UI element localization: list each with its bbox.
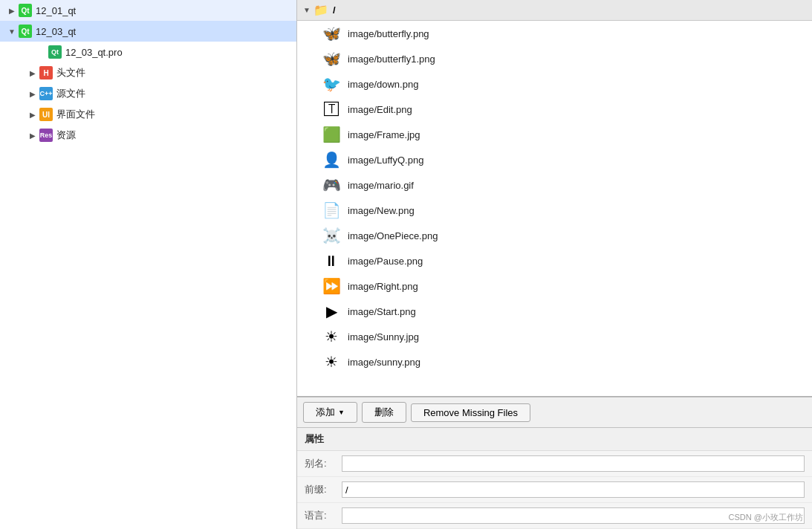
file-icon: 📄 [321,200,342,221]
file-label: image/New.png [348,205,415,216]
resource-file-list[interactable]: 🦋image/butterfly.png🦋image/butterfly1.pn… [297,21,812,396]
file-label: image/Sunny.jpg [348,331,419,343]
sidebar-label-headers: 头文件 [56,66,85,79]
delete-label: 删除 [374,406,394,418]
file-label: image/OnePiece.png [348,230,438,241]
list-item[interactable]: 🐦image/down.png [297,71,812,97]
list-item[interactable]: 🎮image/mario.gif [297,172,812,198]
remove-missing-label: Remove Missing Files [423,407,518,418]
sidebar-item-12-01-qt[interactable]: Qt 12_01_qt [0,0,296,21]
sidebar-label-resources: 资源 [56,129,76,142]
file-label: image/Start.png [348,306,416,317]
file-label: image/Edit.png [348,104,412,115]
list-item[interactable]: 🦋image/butterfly.png [297,21,812,46]
resource-header-label: / [333,4,336,16]
header-arrow-icon: ▼ [303,6,311,14]
file-label: image/butterfly.png [348,28,429,39]
alias-label: 别名: [305,457,342,470]
file-icon: 🦋 [321,23,342,44]
sidebar-label-pro: 12_03_qt.pro [65,47,123,58]
file-label: image/Pause.png [348,256,423,267]
sidebar-label-12-01-qt: 12_01_qt [36,5,76,16]
list-item[interactable]: ☠️image/OnePiece.png [297,223,812,248]
list-item[interactable]: ⏸image/Pause.png [297,248,812,273]
add-label: 添加 [316,406,335,419]
watermark: CSDN @小玫工作坊 [729,512,803,523]
res-folder-icon: Res [39,128,53,143]
file-label: image/sunny.png [348,357,420,368]
file-icon: ☀ [321,326,342,347]
file-icon: 🐦 [321,74,342,94]
ui-folder-icon: UI [39,107,53,122]
list-item[interactable]: ▶image/Start.png [297,299,812,324]
left-panel: Qt 12_01_qt Qt 12_03_qt Qt 12_03_qt.pro … [0,0,297,529]
file-label: image/down.png [348,79,418,90]
list-item[interactable]: ☀image/Sunny.jpg [297,324,812,349]
add-button[interactable]: 添加 ▼ [303,402,357,423]
remove-missing-button[interactable]: Remove Missing Files [411,403,530,422]
qt-project-icon-2: Qt [18,24,33,39]
resource-header: ▼ 📁 / [297,0,812,21]
right-panel: ▼ 📁 / 🦋image/butterfly.png🦋image/butterf… [297,0,812,529]
sidebar-label-12-03-qt: 12_03_qt [36,26,76,37]
file-label: image/Right.png [348,281,418,292]
pro-file-icon: Qt [48,45,62,59]
tree-arrow-sources [27,88,39,100]
list-item[interactable]: 📄image/New.png [297,198,812,223]
file-icon: 🟩 [321,124,342,145]
list-item[interactable]: ⏩image/Right.png [297,273,812,299]
sidebar-item-headers[interactable]: H 头文件 [0,62,296,83]
file-icon: 🎮 [321,175,342,195]
file-icon: ⏩ [321,276,342,296]
alias-input[interactable] [342,455,805,472]
header-folder-icon: H [39,65,53,80]
list-item[interactable]: 👤image/LuffyQ.png [297,147,812,172]
sidebar-item-resources[interactable]: Res 资源 [0,125,296,146]
list-item[interactable]: 🟩image/Frame.jpg [297,122,812,147]
language-label: 语言: [305,509,342,522]
file-icon: 🅃 [321,99,342,120]
prefix-row: 前缀: [297,477,812,503]
tree-arrow-12-01-qt [6,4,18,16]
tree-arrow-headers [27,67,39,79]
sidebar-label-forms: 界面文件 [56,108,95,121]
prefix-label: 前缀: [305,483,342,496]
right-panel-wrapper: ▼ 📁 / 🦋image/butterfly.png🦋image/butterf… [297,0,812,529]
file-icon: 👤 [321,149,342,170]
file-icon: ▶ [321,301,342,322]
qt-project-icon: Qt [18,3,33,18]
list-item[interactable]: 🦋image/butterfly1.png [297,46,812,71]
sidebar-item-pro-file[interactable]: Qt 12_03_qt.pro [0,42,296,62]
tree-arrow-forms [27,108,39,120]
file-label: image/butterfly1.png [348,53,435,65]
tree-arrow-resources [27,129,39,141]
file-icon: 🦋 [321,48,342,69]
header-folder-res-icon: 📁 [314,3,328,17]
sidebar-item-sources[interactable]: C++ 源文件 [0,83,296,104]
add-dropdown-arrow-icon: ▼ [338,409,345,416]
delete-button[interactable]: 删除 [362,402,406,423]
sidebar-label-sources: 源文件 [56,87,85,100]
file-icon: ☀ [321,351,342,372]
alias-row: 别名: [297,451,812,477]
list-item[interactable]: ☀image/sunny.png [297,349,812,374]
properties-header: 属性 [297,428,812,451]
list-item[interactable]: 🅃image/Edit.png [297,97,812,122]
prefix-input[interactable] [342,481,805,498]
sidebar-item-forms[interactable]: UI 界面文件 [0,104,296,125]
cpp-folder-icon: C++ [39,86,53,101]
file-label: image/LuffyQ.png [348,155,423,166]
file-label: image/Frame.jpg [348,129,420,140]
file-icon: ⏸ [321,250,342,271]
file-icon: ☠️ [321,225,342,246]
bottom-toolbar: 添加 ▼ 删除 Remove Missing Files [297,397,812,427]
file-label: image/mario.gif [348,180,414,191]
tree-arrow-12-03-qt [6,25,18,37]
sidebar-item-12-03-qt[interactable]: Qt 12_03_qt [0,21,296,42]
